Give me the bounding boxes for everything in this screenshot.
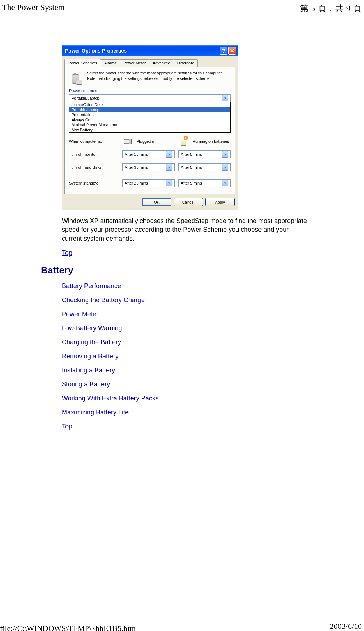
- footer-path: file://C:\WINDOWS\TEMP\~hhE1B5.htm: [0, 624, 136, 631]
- tab-hibernate[interactable]: Hibernate: [174, 59, 198, 67]
- battery-icon: [180, 137, 187, 146]
- tab-panel: Select the power scheme with the most ap…: [64, 67, 235, 194]
- link-extra-battery-packs[interactable]: Working With Extra Battery Packs: [62, 395, 310, 402]
- close-button[interactable]: ✕: [228, 47, 236, 55]
- doc-title: The Power System: [2, 3, 65, 14]
- chevron-down-icon: ▼: [166, 180, 172, 186]
- monitor-plugged-dropdown[interactable]: After 15 mins▼: [122, 150, 175, 158]
- row-standby: System standby: After 20 mins▼ After 5 m…: [69, 177, 231, 190]
- link-charging-battery[interactable]: Charging the Battery: [62, 339, 310, 346]
- tab-power-meter[interactable]: Power Meter: [120, 59, 149, 67]
- chevron-down-icon: ▼: [166, 164, 172, 171]
- option-home-office[interactable]: Home/Office Desk: [69, 102, 230, 107]
- standby-battery-dropdown[interactable]: After 5 mins▼: [178, 179, 231, 187]
- link-low-battery-warning[interactable]: Low-Battery Warning: [62, 324, 310, 332]
- speedstep-paragraph: Windows XP automatically chooses the Spe…: [62, 217, 310, 243]
- link-removing-battery[interactable]: Removing a Battery: [62, 353, 310, 360]
- dialog-button-row: OK Cancel Apply: [62, 194, 238, 210]
- disks-plugged-dropdown[interactable]: After 30 mins▼: [122, 163, 175, 171]
- tab-strip: Power Schemes Alarms Power Meter Advance…: [62, 56, 238, 67]
- disks-battery-dropdown[interactable]: After 5 mins▼: [178, 163, 231, 171]
- apply-button[interactable]: Apply: [205, 198, 235, 206]
- link-power-meter[interactable]: Power Meter: [62, 310, 310, 318]
- plug-icon: [123, 138, 132, 145]
- turn-off-monitor-label: Turn off monitor:: [69, 152, 119, 156]
- option-portable-laptop[interactable]: Portable/Laptop: [69, 107, 230, 112]
- page-header: The Power System 第 5 頁，共 9 頁: [0, 0, 364, 16]
- system-standby-label: System standby:: [69, 181, 119, 185]
- battery-heading: Battery: [41, 265, 310, 276]
- link-installing-battery[interactable]: Installing a Battery: [62, 367, 310, 374]
- row-monitor: Turn off monitor: After 15 mins▼ After 5…: [69, 148, 231, 161]
- option-max-battery[interactable]: Max Battery: [69, 127, 230, 132]
- page-footer: file://C:\WINDOWS\TEMP\~hhE1B5.htm 2003/…: [0, 622, 364, 631]
- turn-off-disks-label: Turn off hard disks:: [69, 165, 119, 169]
- top-link[interactable]: Top: [62, 249, 72, 257]
- chevron-down-icon: ▼: [222, 151, 228, 158]
- info-text: Select the power scheme with the most ap…: [87, 71, 231, 85]
- power-options-dialog: Power Options Properties ? ✕ Power Schem…: [62, 45, 238, 210]
- power-scheme-listbox[interactable]: Home/Office Desk Portable/Laptop Present…: [69, 102, 231, 133]
- dialog-titlebar[interactable]: Power Options Properties ? ✕: [62, 45, 238, 56]
- when-computer-is-label: When computer is:: [69, 139, 119, 144]
- cancel-button[interactable]: Cancel: [174, 198, 203, 206]
- tab-power-schemes[interactable]: Power Schemes: [64, 59, 101, 67]
- header-row: When computer is: Plugged in Running on …: [69, 135, 231, 148]
- battery-link-list: Battery Performance Checking the Battery…: [62, 282, 310, 430]
- link-checking-charge[interactable]: Checking the Battery Charge: [62, 296, 310, 304]
- plugged-in-label: Plugged in: [137, 139, 175, 144]
- page-number: 第 5 頁，共 9 頁: [300, 3, 362, 14]
- footer-date: 2003/6/10: [330, 622, 362, 631]
- option-presentation[interactable]: Presentation: [69, 112, 230, 117]
- chevron-down-icon: ▼: [222, 180, 228, 186]
- combo-value: Portable/Laptop: [72, 96, 100, 100]
- help-button[interactable]: ?: [220, 47, 227, 55]
- option-minimal-power[interactable]: Minimal Power Management: [69, 122, 230, 127]
- group-label-power-schemes: Power schemes: [69, 88, 231, 93]
- tab-advanced[interactable]: Advanced: [149, 59, 174, 67]
- row-disks: Turn off hard disks: After 30 mins▼ Afte…: [69, 161, 231, 174]
- link-storing-battery[interactable]: Storing a Battery: [62, 381, 310, 388]
- chevron-down-icon: ▼: [222, 164, 228, 171]
- link-top-2[interactable]: Top: [62, 423, 310, 430]
- monitor-battery-dropdown[interactable]: After 5 mins▼: [178, 150, 231, 158]
- tab-alarms[interactable]: Alarms: [101, 59, 120, 67]
- option-always-on[interactable]: Always On: [69, 117, 230, 122]
- ok-button[interactable]: OK: [142, 198, 171, 206]
- dialog-title: Power Options Properties: [65, 48, 219, 54]
- link-battery-performance[interactable]: Battery Performance: [62, 282, 310, 290]
- link-maximizing-battery-life[interactable]: Maximizing Battery Life: [62, 409, 310, 416]
- chevron-down-icon: ▼: [166, 151, 172, 158]
- chevron-down-icon: ▼: [222, 95, 228, 101]
- battery-plug-icon: [69, 71, 83, 85]
- standby-plugged-dropdown[interactable]: After 20 mins▼: [122, 179, 175, 187]
- running-on-batteries-label: Running on batteries: [193, 139, 231, 144]
- power-scheme-combo[interactable]: Portable/Laptop ▼: [69, 94, 231, 102]
